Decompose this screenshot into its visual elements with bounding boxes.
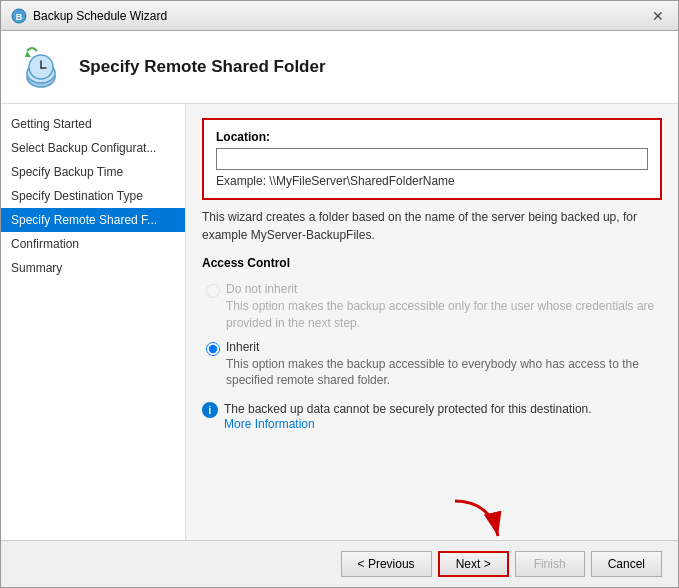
sidebar-item-getting-started[interactable]: Getting Started	[1, 112, 185, 136]
window-title: Backup Schedule Wizard	[33, 9, 167, 23]
cancel-button[interactable]: Cancel	[591, 551, 662, 577]
access-control-title: Access Control	[202, 256, 662, 270]
sidebar-item-confirmation[interactable]: Confirmation	[1, 232, 185, 256]
radio-do-not-inherit-desc: This option makes the backup accessible …	[226, 298, 662, 332]
info-icon: i	[202, 402, 218, 418]
wizard-window: B Backup Schedule Wizard ✕ Specify Remot…	[0, 0, 679, 588]
location-example: Example: \\MyFileServer\SharedFolderName	[216, 174, 648, 188]
radio-do-not-inherit[interactable]	[206, 284, 220, 298]
info-box: i The backed up data cannot be securely …	[202, 401, 662, 431]
finish-button[interactable]: Finish	[515, 551, 585, 577]
info-content: The backed up data cannot be securely pr…	[224, 401, 592, 431]
sidebar-item-summary[interactable]: Summary	[1, 256, 185, 280]
sidebar-item-specify-remote-shared[interactable]: Specify Remote Shared F...	[1, 208, 185, 232]
sidebar-item-select-backup-config[interactable]: Select Backup Configurat...	[1, 136, 185, 160]
footer: < Previous Next > Finish Cancel	[1, 540, 678, 587]
radio-group: Do not inherit This option makes the bac…	[202, 282, 662, 389]
close-button[interactable]: ✕	[648, 6, 668, 26]
description-text: This wizard creates a folder based on th…	[202, 208, 662, 244]
location-label: Location:	[216, 130, 648, 144]
page-title: Specify Remote Shared Folder	[79, 57, 326, 77]
radio-do-not-inherit-row: Do not inherit	[206, 282, 662, 298]
location-input[interactable]	[216, 148, 648, 170]
radio-inherit-row: Inherit	[206, 340, 662, 356]
title-bar-left: B Backup Schedule Wizard	[11, 8, 167, 24]
header-backup-icon	[17, 43, 65, 91]
wizard-header: Specify Remote Shared Folder	[1, 31, 678, 104]
radio-inherit-desc: This option makes the backup accessible …	[226, 356, 662, 390]
content-area: Getting Started Select Backup Configurat…	[1, 104, 678, 540]
title-bar: B Backup Schedule Wizard ✕	[1, 1, 678, 31]
svg-text:B: B	[16, 12, 23, 22]
location-section: Location: Example: \\MyFileServer\Shared…	[202, 118, 662, 200]
next-button[interactable]: Next >	[438, 551, 509, 577]
sidebar-item-specify-destination-type[interactable]: Specify Destination Type	[1, 184, 185, 208]
radio-inherit[interactable]	[206, 342, 220, 356]
radio-inherit-label: Inherit	[226, 340, 259, 354]
main-content: Location: Example: \\MyFileServer\Shared…	[186, 104, 678, 540]
wizard-icon: B	[11, 8, 27, 24]
sidebar-item-specify-backup-time[interactable]: Specify Backup Time	[1, 160, 185, 184]
radio-option-inherit: Inherit This option makes the backup acc…	[206, 340, 662, 390]
sidebar: Getting Started Select Backup Configurat…	[1, 104, 186, 540]
info-text: The backed up data cannot be securely pr…	[224, 402, 592, 416]
radio-option-do-not-inherit: Do not inherit This option makes the bac…	[206, 282, 662, 332]
more-info-link[interactable]: More Information	[224, 417, 315, 431]
previous-button[interactable]: < Previous	[341, 551, 432, 577]
radio-do-not-inherit-label: Do not inherit	[226, 282, 297, 296]
